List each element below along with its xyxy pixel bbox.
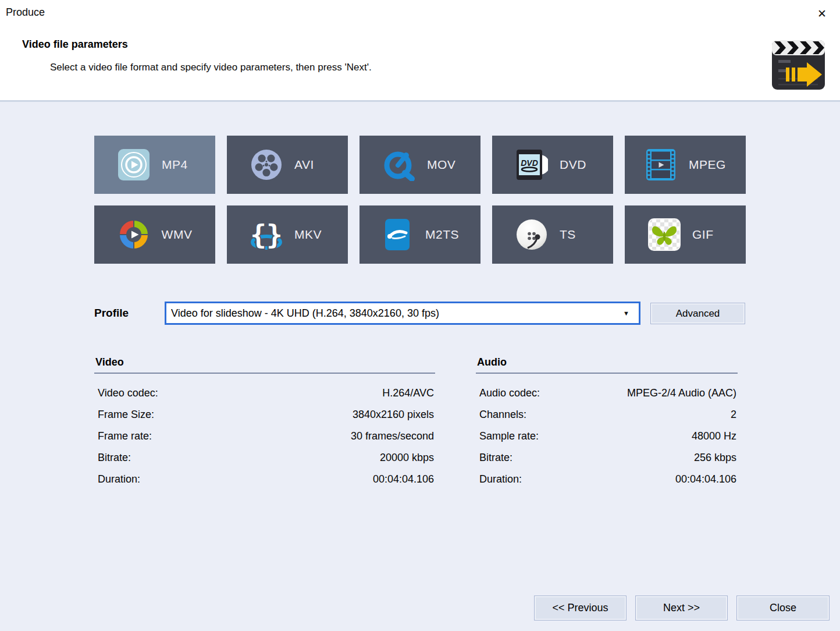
video-duration-row: Duration: 00:04:04.106 [94, 469, 435, 490]
profile-label: Profile [94, 307, 129, 320]
close-icon: ✕ [817, 7, 827, 20]
wmv-ring-icon [118, 218, 150, 251]
clapperboard-arrow-icon [771, 38, 826, 92]
content-panel: MP4 AVI MOV [0, 100, 840, 631]
window-title: Produce [6, 6, 45, 19]
advanced-button[interactable]: Advanced [650, 303, 745, 324]
video-codec-row: Video codec: H.264/AVC [94, 382, 435, 404]
video-section-title: Video [94, 356, 435, 374]
close-button[interactable]: Close [736, 595, 830, 621]
format-button-m2ts[interactable]: M2TS [360, 205, 480, 264]
previous-button[interactable]: << Previous [534, 595, 627, 621]
format-button-ts[interactable]: TS [492, 205, 613, 264]
mp4-play-icon [118, 148, 150, 181]
butterfly-icon [648, 218, 681, 251]
format-label: TS [560, 228, 590, 242]
format-label: MOV [427, 158, 457, 172]
video-section: Video Video codec: H.264/AVC Frame Size:… [94, 356, 435, 490]
satellite-icon [515, 218, 548, 251]
svg-text:DVD: DVD [521, 158, 538, 168]
matroska-icon: {} [250, 218, 283, 251]
page-subtitle: Select a video file format and specify v… [50, 62, 372, 73]
bluray-icon [381, 218, 414, 251]
audio-bitrate-row: Bitrate: 256 kbps [476, 447, 738, 469]
format-label: DVD [560, 158, 590, 172]
audio-duration-row: Duration: 00:04:04.106 [476, 469, 738, 490]
format-button-mov[interactable]: MOV [360, 136, 480, 194]
dvd-player-icon: DVD [515, 148, 548, 181]
film-strip-icon [645, 148, 677, 181]
profile-selected-value: Video for slideshow - 4K UHD (H.264, 384… [171, 307, 623, 320]
format-label: MKV [294, 228, 325, 242]
frame-rate-row: Frame rate: 30 frames/second [94, 426, 435, 447]
audio-section: Audio Audio codec: MPEG-2/4 Audio (AAC) … [476, 356, 738, 490]
format-button-wmv[interactable]: WMV [94, 205, 215, 264]
svg-text:{}: {} [250, 219, 282, 250]
film-reel-icon [250, 148, 283, 181]
format-grid: MP4 AVI MOV [94, 136, 746, 264]
format-button-gif[interactable]: GIF [625, 205, 746, 264]
chevron-down-icon: ▼ [623, 310, 633, 317]
page-title: Video file parameters [22, 38, 128, 51]
frame-size-row: Frame Size: 3840x2160 pixels [94, 404, 435, 426]
format-button-mkv[interactable]: {} MKV [227, 205, 348, 264]
format-button-avi[interactable]: AVI [227, 136, 348, 194]
profile-dropdown[interactable]: Video for slideshow - 4K UHD (H.264, 384… [165, 302, 640, 325]
channels-row: Channels: 2 [476, 404, 738, 426]
close-window-button[interactable]: ✕ [813, 5, 831, 22]
format-label: AVI [294, 158, 325, 172]
format-button-dvd[interactable]: DVD DVD [492, 136, 613, 194]
format-button-mpeg[interactable]: MPEG [625, 136, 746, 194]
format-label: WMV [162, 228, 193, 242]
format-label: MPEG [689, 158, 726, 172]
format-label: MP4 [162, 158, 192, 172]
audio-codec-row: Audio codec: MPEG-2/4 Audio (AAC) [476, 382, 738, 404]
audio-section-title: Audio [476, 356, 738, 374]
format-label: GIF [692, 228, 722, 242]
format-button-mp4[interactable]: MP4 [94, 136, 215, 194]
next-button[interactable]: Next >> [635, 595, 728, 621]
quicktime-icon [383, 148, 415, 181]
video-bitrate-row: Bitrate: 20000 kbps [94, 447, 435, 469]
format-label: M2TS [425, 228, 459, 242]
sample-rate-row: Sample rate: 48000 Hz [476, 426, 738, 447]
